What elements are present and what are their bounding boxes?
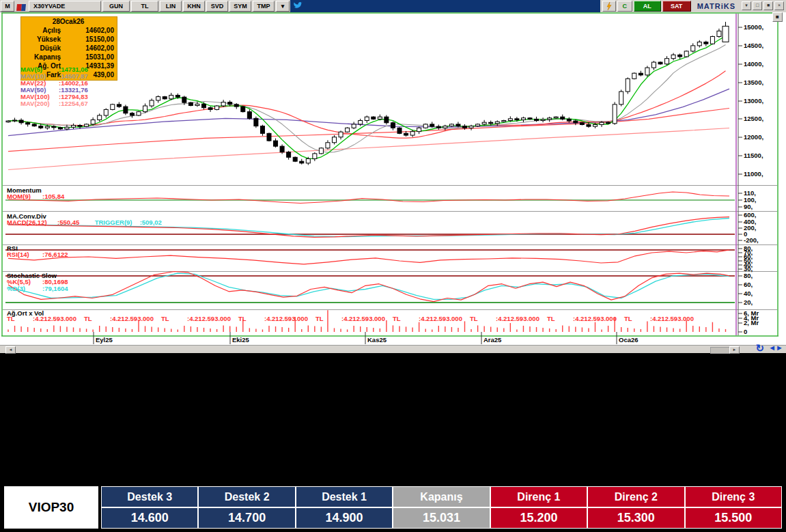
close-icon[interactable]: × xyxy=(774,1,784,10)
refresh-icon[interactable]: ↻ xyxy=(755,342,764,354)
svg-text:60,: 60, xyxy=(744,281,753,288)
toolbar-button-khn[interactable]: KHN xyxy=(183,1,205,12)
level-header-destek-3: Destek 3 xyxy=(102,487,197,507)
rsi-value: RSI(14):76,6122 xyxy=(7,251,68,258)
level-value-destek-2: 14.700 xyxy=(199,508,294,528)
volume-title: Ağ.Ort x Vol xyxy=(7,309,44,317)
level-value-direnç-3: 15.500 xyxy=(686,508,781,528)
momentum-value: MOM(9):105,84 xyxy=(7,193,64,200)
level-value-destek-1: 14.900 xyxy=(296,508,392,528)
svg-text:11000,: 11000, xyxy=(744,170,763,178)
svg-text::4.212.593.000: :4.212.593.000 xyxy=(187,315,231,322)
svg-text:13000,: 13000, xyxy=(744,97,763,104)
svg-text::4.212.593.000: :4.212.593.000 xyxy=(110,315,154,322)
svg-text:Eki25: Eki25 xyxy=(232,336,250,344)
buy-button[interactable]: AL xyxy=(634,1,661,12)
matriks-chart-window: M X30YVADE GUNTLLINKHNSVDSYMTMP ▾ C AL S… xyxy=(0,0,786,532)
svg-text:12500,: 12500, xyxy=(744,115,763,122)
sell-button[interactable]: SAT xyxy=(662,1,691,12)
svg-text::4.212.593.000: :4.212.593.000 xyxy=(573,315,617,322)
svg-text:40,: 40, xyxy=(744,290,753,297)
stochastic-d-value: %D(3):79,1604 xyxy=(7,285,68,292)
level-header-kapanış: Kapanış xyxy=(393,487,489,507)
svg-text:Ara25: Ara25 xyxy=(483,336,502,344)
svg-text:TL: TL xyxy=(547,315,555,322)
quote-row: Yüksek15150,00 xyxy=(23,35,114,44)
level-value-direnç-1: 15.200 xyxy=(491,508,587,528)
svg-text:Eyl25: Eyl25 xyxy=(96,336,113,344)
level-header-destek-2: Destek 2 xyxy=(199,487,294,507)
svg-text:80,: 80, xyxy=(744,272,753,279)
svg-text:TL: TL xyxy=(624,315,632,322)
level-value-destek-3: 14.600 xyxy=(102,508,197,528)
symbol-flag-icon xyxy=(16,2,27,10)
title-bar xyxy=(290,0,600,12)
quote-date: 28Ocak26 xyxy=(23,17,114,26)
restore-pane-icon[interactable]: ■ xyxy=(772,12,783,22)
twitter-icon[interactable] xyxy=(293,0,303,12)
maximize-icon[interactable]: ■ xyxy=(763,1,773,10)
symbol-field[interactable]: X30YVADE xyxy=(29,1,101,12)
level-value-kapanış: 15.031 xyxy=(393,508,489,528)
toolbar-button-sym[interactable]: SYM xyxy=(229,1,251,12)
toolbar-buttons: GUNTLLINKHNSVDSYMTMP xyxy=(102,1,275,12)
scroll-left-icon[interactable]: ◄ xyxy=(5,346,16,354)
mav-legend: MAV(5):14731,06MAV(10):14507,87MAV(22):1… xyxy=(20,66,88,107)
chevron-down-icon[interactable]: ▾ xyxy=(276,1,290,12)
svg-text:12000,: 12000, xyxy=(744,133,763,141)
toolbar-button-tl[interactable]: TL xyxy=(131,1,158,12)
chart-area[interactable]: TL:4.212.593.000TL:4.212.593.000TL:4.212… xyxy=(0,12,786,353)
svg-text:TL: TL xyxy=(84,315,92,322)
toolbar-button-gun[interactable]: GUN xyxy=(102,1,130,12)
toolbar-button-lin[interactable]: LIN xyxy=(160,1,182,12)
toolbar-button-tmp[interactable]: TMP xyxy=(253,1,275,12)
chart-canvas[interactable]: TL:4.212.593.000TL:4.212.593.000TL:4.212… xyxy=(0,12,786,353)
svg-text::4.212.593.000: :4.212.593.000 xyxy=(650,315,694,322)
c-button[interactable]: C xyxy=(617,1,632,12)
svg-text:90,: 90, xyxy=(744,203,753,210)
matriks-logo: MATRiKS xyxy=(692,2,741,10)
quote-row: Açılış14602,00 xyxy=(23,26,114,35)
level-header-direnç-1: Direnç 1 xyxy=(491,487,587,507)
svg-text:-200,: -200, xyxy=(744,236,759,244)
page-nav-arrows-icon[interactable]: ◄► xyxy=(768,344,783,352)
quote-row: Düşük14602,00 xyxy=(23,44,114,53)
svg-text:13500,: 13500, xyxy=(744,79,763,86)
svg-text:20,: 20, xyxy=(744,298,753,306)
svg-text:Oca26: Oca26 xyxy=(619,336,638,344)
svg-text:14500,: 14500, xyxy=(744,42,763,49)
svg-text:14000,: 14000, xyxy=(744,60,763,68)
support-resistance-table: VIOP30 Destek 3Destek 2Destek 1KapanışDi… xyxy=(0,484,786,532)
svg-text::4.212.593.000: :4.212.593.000 xyxy=(264,315,308,322)
toolbar-right-group: C AL SAT MATRiKS ▾□■× xyxy=(600,0,786,12)
svg-text::4.212.593.000: :4.212.593.000 xyxy=(419,315,462,322)
level-value-direnç-2: 15.300 xyxy=(588,508,684,528)
svg-text:0: 0 xyxy=(744,328,747,335)
quote-row: Kapanış15031,00 xyxy=(23,53,114,61)
svg-text:2, Mr: 2, Mr xyxy=(744,319,759,326)
restore-icon[interactable]: □ xyxy=(753,1,762,10)
level-header-destek-1: Destek 1 xyxy=(296,487,392,507)
svg-text:TL: TL xyxy=(238,315,247,322)
svg-text:TL: TL xyxy=(315,315,324,322)
flash-icon[interactable] xyxy=(602,1,616,12)
svg-text:11500,: 11500, xyxy=(744,152,763,159)
svg-text:TL: TL xyxy=(470,315,478,322)
svg-text:Kas25: Kas25 xyxy=(367,336,387,344)
level-header-direnç-3: Direnç 3 xyxy=(686,487,781,507)
scroll-right-icon[interactable]: ► xyxy=(729,346,740,354)
toolbar-button-svd[interactable]: SVD xyxy=(206,1,228,12)
instrument-label: VIOP30 xyxy=(4,486,98,529)
svg-text:TL: TL xyxy=(393,315,401,322)
svg-text:TL: TL xyxy=(161,315,169,322)
macd-value: MACD(26,12):550,45 TRIGGER(9):509,02 xyxy=(7,219,162,226)
chart-scrollbar: ◄ ► ↻ ◄► xyxy=(0,345,786,353)
svg-text:15000,: 15000, xyxy=(744,23,763,31)
chevron-down-icon[interactable]: ▾ xyxy=(742,1,751,10)
level-header-direnç-2: Direnç 2 xyxy=(588,487,684,507)
menu-button[interactable]: M xyxy=(1,1,14,12)
svg-text::4.212.593.000: :4.212.593.000 xyxy=(341,315,385,322)
mav-legend-row: MAV(200):12254,67 xyxy=(20,100,88,107)
window-buttons: ▾□■× xyxy=(741,1,785,10)
svg-text::4.212.593.000: :4.212.593.000 xyxy=(496,315,539,322)
